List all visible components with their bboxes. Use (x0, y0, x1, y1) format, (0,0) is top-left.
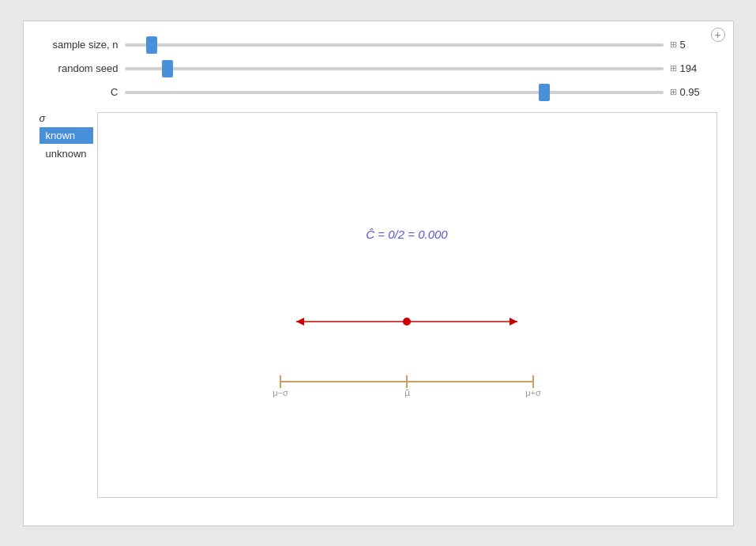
plot-area: Ĉ = 0/2 = 0.000 (97, 112, 717, 498)
random-seed-value: 194 (680, 62, 698, 74)
interval-svg (296, 312, 517, 331)
sample-size-thumb[interactable] (146, 36, 157, 54)
random-seed-value-display: ⊞ 194 (670, 62, 717, 74)
random-seed-value-icon: ⊞ (670, 63, 677, 73)
random-seed-row: random seed ⊞ 194 (39, 61, 717, 77)
svg-text:μ+σ: μ+σ (525, 388, 541, 397)
c-level-label: C (39, 86, 118, 98)
sample-size-value-icon: ⊞ (670, 40, 677, 50)
c-level-row: C ⊞ 0.95 (39, 85, 717, 100)
c-level-thumb[interactable] (539, 84, 550, 101)
sigma-section: σ known unknown (39, 112, 97, 498)
random-seed-label: random seed (39, 62, 118, 74)
sigma-options: known unknown (39, 127, 93, 162)
random-seed-thumb[interactable] (162, 60, 173, 77)
formula-display: Ĉ = 0/2 = 0.000 (366, 228, 447, 241)
random-seed-track (125, 67, 664, 70)
c-level-slider[interactable] (125, 85, 664, 100)
svg-text:μ−σ: μ−σ (273, 388, 288, 397)
add-icon[interactable]: + (711, 28, 725, 42)
c-level-track (125, 91, 664, 94)
interval-arrow-container (296, 312, 517, 333)
sample-size-row: sample size, n ⊞ 5 (39, 37, 717, 53)
sigma-range-container: μ−σ μ̄ μ+σ (280, 374, 533, 400)
c-level-value: 0.95 (680, 86, 700, 98)
sample-size-slider[interactable] (125, 37, 664, 53)
sample-size-track (125, 43, 664, 47)
main-panel: + sample size, n ⊞ 5 random seed (23, 21, 734, 526)
sigma-unknown-option[interactable]: unknown (39, 145, 93, 162)
sample-size-value-display: ⊞ 5 (670, 39, 717, 51)
svg-point-3 (403, 318, 411, 326)
content-area: σ known unknown Ĉ = 0/2 = 0.000 (39, 112, 717, 498)
svg-marker-1 (296, 318, 304, 326)
c-level-value-display: ⊞ 0.95 (670, 86, 717, 98)
random-seed-slider[interactable] (125, 61, 664, 77)
sigma-range-svg: μ−σ μ̄ μ+σ (280, 374, 533, 397)
c-level-value-icon: ⊞ (670, 87, 677, 97)
sample-size-label: sample size, n (39, 39, 118, 51)
sigma-label: σ (39, 112, 46, 124)
sigma-known-option[interactable]: known (39, 127, 93, 144)
svg-text:μ̄: μ̄ (404, 388, 410, 397)
svg-marker-2 (510, 318, 517, 326)
controls-section: sample size, n ⊞ 5 random seed ⊞ 194 (39, 37, 717, 100)
sample-size-value: 5 (680, 39, 686, 51)
